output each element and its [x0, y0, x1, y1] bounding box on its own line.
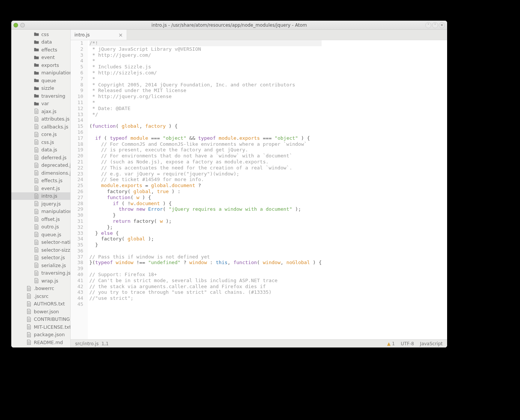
code-line[interactable]: if ( !w.document ) {	[89, 201, 322, 207]
tree-folder-exports[interactable]: exports	[11, 61, 70, 69]
statusbar-encoding[interactable]: UTF-8	[401, 341, 414, 346]
code-line[interactable]: *	[89, 58, 322, 64]
code-line[interactable]: // For environments that do not have a `…	[89, 153, 322, 159]
code-line[interactable]: }(typeof window !== "undefined" ? window…	[89, 260, 322, 266]
code-line[interactable]: // See ticket #14549 for more info.	[89, 177, 322, 183]
code-line[interactable]: }	[89, 242, 322, 248]
window-close-button-right[interactable]: ✕	[439, 22, 445, 28]
tree-file-CONTRIBUTING-md[interactable]: CONTRIBUTING.md	[11, 316, 70, 323]
code-line[interactable]: // you try to trace through "use strict"…	[89, 289, 322, 295]
tree-file-css-js[interactable]: css.js	[11, 138, 70, 146]
code-line[interactable]: * http://sizzlejs.com/	[89, 70, 322, 76]
tree-folder-event[interactable]: event	[11, 54, 70, 62]
code-line[interactable]: factory( global, true ) :	[89, 189, 322, 195]
code-line[interactable]: // For CommonJS and CommonJS-like enviro…	[89, 141, 322, 147]
code-line[interactable]: return factory( w );	[89, 218, 322, 224]
tree-file-queue-js[interactable]: queue.js	[11, 231, 70, 239]
tree-file-package-json[interactable]: package.json	[11, 331, 70, 339]
tree-file-AUTHORS-txt[interactable]: AUTHORS.txt	[11, 300, 70, 308]
tree-file-outro-js[interactable]: outro.js	[11, 223, 70, 231]
code-line[interactable]: * jQuery JavaScript Library v@VERSION	[89, 46, 322, 52]
titlebar[interactable]: intro.js - /usr/share/atom/resources/app…	[11, 21, 447, 30]
code-line[interactable]: throw new Error( "jQuery requires a wind…	[89, 206, 322, 212]
code-line[interactable]: * http://jquery.org/license	[89, 94, 322, 100]
code-line[interactable]: * http://jquery.com/	[89, 52, 322, 58]
code-line[interactable]: (function( global, factory ) {	[89, 123, 322, 129]
statusbar-warnings[interactable]: ▲ 1	[387, 341, 395, 346]
code-line[interactable]: * Copyright 2005, 2014 jQuery Foundation…	[89, 82, 322, 88]
statusbar-language[interactable]: JavaScript	[420, 341, 443, 346]
code-line[interactable]: // (such as Node.js), expose a factory a…	[89, 159, 322, 165]
tree-folder-sizzle[interactable]: sizzle	[11, 85, 70, 92]
tree-file--jscsrc[interactable]: .jscsrc	[11, 292, 70, 300]
tree-file-effects-js[interactable]: effects.js	[11, 177, 70, 185]
tree-file-intro-js[interactable]: intro.js	[11, 192, 70, 200]
tree-file-callbacks-js[interactable]: callbacks.js	[11, 123, 70, 131]
tree-file-core-js[interactable]: core.js	[11, 131, 70, 139]
code-line[interactable]: if ( typeof module === "object" && typeo…	[89, 135, 322, 141]
window-shade-button[interactable]: ˅	[425, 22, 431, 28]
tab-active[interactable]: intro.js ×	[71, 30, 127, 40]
tree-file-selector-sizzle-js[interactable]: selector-sizzle.js	[11, 246, 70, 254]
code-line[interactable]: // This accentuates the need for the cre…	[89, 165, 322, 171]
code-line[interactable]: factory( global );	[89, 236, 322, 242]
code-line[interactable]: * Released under the MIT license	[89, 88, 322, 94]
code-line[interactable]: // Pass this if window is not defined ye…	[89, 254, 322, 260]
statusbar-path[interactable]: src/intro.js	[75, 341, 98, 346]
code-content[interactable]: /*! * jQuery JavaScript Library v@VERSIO…	[88, 40, 322, 339]
tree-folder-data[interactable]: data	[11, 38, 70, 46]
tree-file-traversing-js[interactable]: traversing.js	[11, 269, 70, 277]
tree-folder-css[interactable]: css	[11, 30, 70, 38]
code-line[interactable]: module.exports = global.document ?	[89, 183, 322, 189]
file-tree[interactable]: cssdataeffectseventexportsmanipulationqu…	[11, 30, 71, 347]
tree-file-attributes-js[interactable]: attributes.js	[11, 115, 70, 123]
code-line[interactable]: // Can't be in strict mode, several libs…	[89, 278, 322, 284]
tree-file-selector-js[interactable]: selector.js	[11, 254, 70, 262]
code-line[interactable]: * Includes Sizzle.js	[89, 64, 322, 70]
tab-close-icon[interactable]: ×	[118, 32, 123, 38]
code-line[interactable]: function( w ) {	[89, 195, 322, 201]
tree-file-README-md[interactable]: README.md	[11, 338, 70, 346]
code-line[interactable]: *	[89, 100, 322, 106]
tree-file-event-js[interactable]: event.js	[11, 184, 70, 192]
code-line[interactable]	[89, 248, 322, 254]
code-line[interactable]: *	[89, 76, 322, 82]
code-line[interactable]	[89, 266, 322, 272]
tree-file-selector-native-js[interactable]: selector-native.js	[11, 239, 70, 246]
tree-file-serialize-js[interactable]: serialize.js	[11, 261, 70, 269]
window-minimize-button[interactable]	[20, 23, 25, 27]
tree-file-offset-js[interactable]: offset.js	[11, 215, 70, 223]
code-line[interactable]: }	[89, 212, 322, 218]
tree-file-bower-json[interactable]: bower.json	[11, 308, 70, 316]
code-editor[interactable]: 1234567891011121314151617181920212223242…	[71, 40, 447, 339]
window-close-button[interactable]	[14, 23, 18, 27]
tree-file-MIT-LICENSE-txt[interactable]: MIT-LICENSE.txt	[11, 323, 70, 331]
tree-folder-manipulation[interactable]: manipulation	[11, 69, 70, 77]
code-line[interactable]: };	[89, 224, 322, 230]
tree-file-jquery-js[interactable]: jquery.js	[11, 200, 70, 208]
code-line[interactable]	[89, 129, 322, 135]
tree-file-deferred-js[interactable]: deferred.js	[11, 154, 70, 162]
tree-folder-queue[interactable]: queue	[11, 77, 70, 85]
tree-file--bowerrc[interactable]: .bowerrc	[11, 285, 70, 293]
tree-file-wrap-js[interactable]: wrap.js	[11, 277, 70, 285]
code-line[interactable]: // e.g. var jQuery = require("jquery")(w…	[89, 171, 322, 177]
code-line[interactable]: } else {	[89, 230, 322, 236]
code-line[interactable]: // the stack via arguments.caller.callee…	[89, 284, 322, 290]
tabs-bar[interactable]: intro.js ×	[71, 30, 447, 40]
tree-folder-traversing[interactable]: traversing	[11, 92, 70, 100]
statusbar-position[interactable]: 1,1	[101, 341, 109, 346]
tree-file-dimensions-js[interactable]: dimensions.js	[11, 169, 70, 177]
tree-folder-effects[interactable]: effects	[11, 46, 70, 54]
tree-file-manipulation-js[interactable]: manipulation.js	[11, 208, 70, 216]
tree-file-ajax-js[interactable]: ajax.js	[11, 107, 70, 115]
code-line[interactable]: // Support: Firefox 18+	[89, 272, 322, 278]
tree-file-deprecated-js[interactable]: deprecated.js	[11, 162, 70, 169]
tree-folder-var[interactable]: var	[11, 100, 70, 108]
code-line[interactable]: // is present, execute the factory and g…	[89, 147, 322, 153]
code-line[interactable]	[89, 117, 322, 123]
code-line[interactable]: //"use strict";	[89, 295, 322, 301]
tree-file-data-js[interactable]: data.js	[11, 146, 70, 154]
code-line[interactable]	[89, 301, 322, 307]
code-line[interactable]: /*!	[89, 40, 322, 46]
